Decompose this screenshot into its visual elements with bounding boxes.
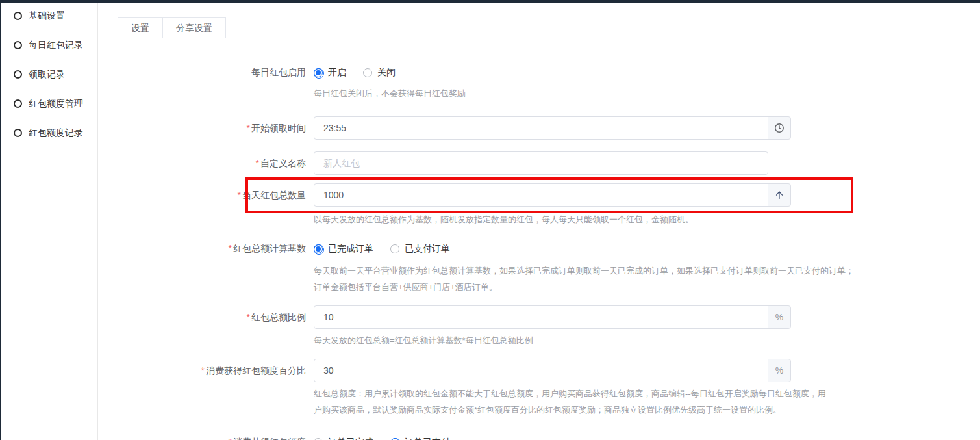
radio-order-completed[interactable]: 订单已完成	[314, 437, 373, 440]
radio-icon	[390, 244, 399, 253]
settings-form: 每日红包启用 开启 关闭 每日红包关闭后，不会获得每日红包奖励	[118, 66, 980, 440]
sidebar-item-label: 红包额度记录	[29, 127, 83, 139]
clock-icon[interactable]	[768, 116, 791, 140]
sidebar: 基础设置 每日红包记录 领取记录 红包额度管理 红包额度记录	[0, 0, 98, 440]
page: 基础设置 每日红包记录 领取记录 红包额度管理 红包额度记录 设置 分享设置 每…	[0, 0, 980, 440]
field-label: *消费获得红包额度百分比	[118, 359, 314, 382]
start-time-input[interactable]	[314, 116, 768, 140]
sidebar-item-claim-records[interactable]: 领取记录	[0, 68, 97, 81]
form-row-total-ratio: *红包总额比例 % 每天发放的红包总额=红包总额计算基数*每日红包总额比例	[118, 305, 980, 348]
form-row-base-calc: *红包总额计算基数 已完成订单 已支付订单 每天取前一天平台营业额作为红	[118, 242, 980, 295]
sidebar-item-label: 每日红包记录	[29, 40, 83, 51]
field-label: 每日红包启用	[118, 66, 314, 79]
form-row-consume-quota-status: *消费获得红包额度 订单已完成 订单已支付 获取红包额度：用户购买商品产	[118, 435, 980, 440]
field-label: *自定义名称	[118, 151, 314, 175]
help-text: 每天发放的红包总额=红包总额计算基数*每日红包总额比例	[314, 332, 980, 348]
consume-quota-radio-group: 订单已完成 订单已支付	[314, 436, 980, 440]
consume-quota-percent-input[interactable]	[314, 359, 768, 382]
form-row-consume-quota-percent: *消费获得红包额度百分比 % 红包总额度：用户累计领取的红包金额不能大于红包总额…	[118, 359, 980, 418]
radio-paid-orders[interactable]: 已支付订单	[390, 243, 450, 255]
help-text: 每日红包关闭后，不会获得每日红包奖励	[314, 85, 980, 101]
tab-settings[interactable]: 设置	[118, 18, 162, 38]
radio-enable-on[interactable]: 开启	[314, 67, 346, 79]
main-content: 设置 分享设置 每日红包启用 开启 关闭	[98, 0, 980, 440]
sidebar-item-basic-settings[interactable]: 基础设置	[0, 9, 97, 23]
form-row-daily-total-count: *当天红包总数量 以每天发放的红包总额作为基数，随机发放指定数量的红包，每人每天…	[118, 183, 980, 227]
sidebar-item-daily-redpacket-records[interactable]: 每日红包记录	[0, 38, 97, 52]
field-label: *红包总额计算基数	[118, 242, 314, 255]
percent-suffix: %	[768, 305, 791, 329]
help-text: 以每天发放的红包总额作为基数，随机发放指定数量的红包，每人每天只能领取一个红包，…	[314, 211, 980, 227]
base-calc-radio-group: 已完成订单 已支付订单	[314, 242, 980, 255]
field-label: *消费获得红包额度	[118, 435, 314, 440]
arrow-up-icon[interactable]	[768, 183, 791, 207]
field-label: *当天红包总数量	[118, 183, 314, 207]
tab-bar: 设置 分享设置	[118, 17, 226, 38]
sidebar-item-label: 基础设置	[29, 10, 65, 22]
help-text: 每天取前一天平台营业额作为红包总额计算基数，如果选择已完成订单则取前一天已完成的…	[314, 263, 980, 295]
radio-icon	[314, 244, 323, 253]
tab-share-settings[interactable]: 分享设置	[162, 18, 226, 38]
sidebar-item-quota-records[interactable]: 红包额度记录	[0, 126, 97, 140]
custom-name-input[interactable]	[314, 151, 768, 175]
form-row-daily-enable: 每日红包启用 开启 关闭 每日红包关闭后，不会获得每日红包奖励	[118, 66, 980, 101]
radio-enable-off[interactable]: 关闭	[363, 67, 396, 79]
radio-order-paid[interactable]: 订单已支付	[390, 437, 450, 440]
circle-icon	[14, 41, 22, 49]
window-top-edge	[0, 0, 980, 3]
sidebar-item-label: 红包额度管理	[29, 98, 83, 110]
field-label: *开始领取时间	[118, 116, 314, 140]
circle-icon	[14, 129, 22, 137]
daily-enable-radio-group: 开启 关闭	[314, 66, 980, 79]
daily-total-count-input[interactable]	[314, 183, 768, 207]
sidebar-item-label: 领取记录	[29, 69, 65, 81]
window-left-edge	[0, 0, 1, 440]
percent-suffix: %	[768, 359, 791, 382]
sidebar-item-quota-management[interactable]: 红包额度管理	[0, 97, 97, 110]
circle-icon	[14, 99, 22, 108]
field-label: *红包总额比例	[118, 305, 314, 329]
radio-icon	[363, 68, 372, 77]
radio-completed-orders[interactable]: 已完成订单	[314, 243, 373, 255]
form-row-custom-name: *自定义名称	[118, 151, 980, 175]
circle-icon	[14, 70, 22, 79]
radio-icon	[314, 68, 323, 77]
form-row-start-time: *开始领取时间	[118, 116, 980, 140]
circle-icon	[14, 12, 22, 20]
help-text: 红包总额度：用户累计领取的红包金额不能大于红包总额度，用户购买商品获得红包额度，…	[314, 385, 980, 418]
total-ratio-input[interactable]	[314, 305, 768, 329]
